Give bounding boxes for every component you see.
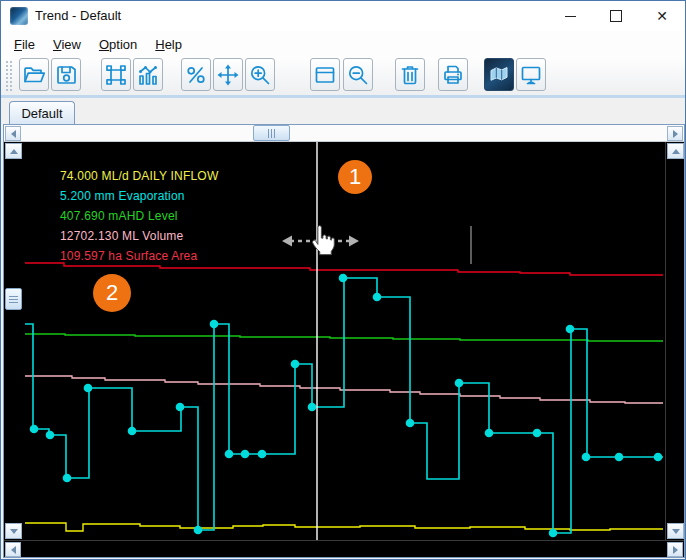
data-point-marker bbox=[128, 427, 137, 436]
save-icon bbox=[54, 63, 78, 87]
data-point-marker bbox=[258, 450, 267, 459]
pan-button[interactable] bbox=[213, 58, 243, 91]
data-point-marker bbox=[582, 453, 591, 462]
data-point-marker bbox=[406, 419, 415, 428]
data-point-marker bbox=[455, 379, 464, 388]
legend-row: 109.597 ha Surface Area bbox=[60, 246, 218, 266]
data-point-marker bbox=[654, 453, 663, 462]
app-window: Trend - Default ✕ FileViewOptionHelp Use… bbox=[0, 0, 686, 560]
minimize-icon bbox=[565, 16, 576, 17]
scroll-left-button[interactable] bbox=[5, 542, 21, 557]
chart-stats-icon bbox=[136, 63, 160, 87]
grip-icon bbox=[268, 129, 275, 138]
data-point-marker bbox=[615, 453, 624, 462]
arrow-left-icon bbox=[11, 130, 16, 138]
data-point-marker bbox=[339, 274, 348, 283]
save-button[interactable] bbox=[51, 58, 81, 91]
menu-help[interactable]: Help bbox=[146, 33, 191, 56]
monitor-icon bbox=[519, 63, 543, 87]
data-point-marker bbox=[225, 450, 234, 459]
legend-row: 12702.130 ML Volume bbox=[60, 226, 218, 246]
vertical-scrollbar-thumb[interactable] bbox=[5, 288, 22, 310]
percent-icon bbox=[184, 63, 208, 87]
annotation-badge-2: 2 bbox=[93, 274, 131, 312]
percent-button[interactable] bbox=[181, 58, 211, 91]
zoom-extents-icon bbox=[104, 63, 128, 87]
minimize-button[interactable] bbox=[547, 1, 593, 31]
data-point-marker bbox=[46, 431, 55, 440]
arrow-down-icon bbox=[10, 529, 18, 534]
annotation-badge-1: 1 bbox=[338, 160, 372, 194]
data-point-marker bbox=[30, 425, 39, 434]
scroll-down-button[interactable] bbox=[5, 523, 22, 539]
data-point-marker bbox=[373, 293, 382, 302]
open-file-icon bbox=[22, 63, 46, 87]
zoom-extents-button[interactable] bbox=[101, 58, 131, 91]
map-button[interactable] bbox=[484, 58, 514, 91]
arrow-up-icon bbox=[672, 149, 680, 154]
chart-stats-button[interactable] bbox=[133, 58, 163, 91]
data-point-marker bbox=[176, 403, 185, 412]
tab-bar: Default bbox=[1, 98, 685, 124]
vertical-scrollbar-right[interactable] bbox=[665, 142, 684, 540]
arrow-up-icon bbox=[10, 149, 18, 154]
chart-legend: 74.000 ML/d DAILY INFLOW5.200 mm Evapora… bbox=[60, 166, 218, 266]
scroll-up-button[interactable] bbox=[5, 143, 22, 159]
zoom-in-icon bbox=[248, 63, 272, 87]
arrow-right-icon bbox=[673, 130, 678, 138]
data-point-marker bbox=[63, 474, 72, 483]
print-icon bbox=[441, 63, 465, 87]
data-point-marker bbox=[308, 403, 317, 412]
scroll-right-button[interactable] bbox=[667, 542, 683, 557]
data-point-marker bbox=[549, 529, 558, 538]
data-point-marker bbox=[210, 320, 219, 329]
scroll-up-button[interactable] bbox=[667, 143, 684, 159]
zoom-in-button[interactable] bbox=[245, 58, 275, 91]
scroll-right-button[interactable] bbox=[667, 126, 683, 141]
arrow-down-icon bbox=[672, 529, 680, 534]
chart-canvas[interactable]: 74.000 ML/d DAILY INFLOW5.200 mm Evapora… bbox=[23, 142, 665, 540]
chart-panel: 74.000 ML/d DAILY INFLOW5.200 mm Evapora… bbox=[3, 124, 685, 558]
data-point-marker bbox=[84, 384, 93, 393]
legend-row: 407.690 mAHD Level bbox=[60, 206, 218, 226]
series-evaporation bbox=[25, 278, 663, 533]
tab-default[interactable]: Default bbox=[9, 101, 75, 125]
close-button[interactable]: ✕ bbox=[639, 1, 685, 31]
toolbar-grip[interactable] bbox=[5, 60, 14, 91]
menu-bar: FileViewOptionHelp bbox=[1, 31, 685, 57]
delete-icon bbox=[398, 63, 422, 87]
series-daily-inflow bbox=[25, 523, 663, 531]
panel-icon bbox=[313, 63, 337, 87]
menu-option[interactable]: Option bbox=[90, 33, 146, 56]
open-file-button[interactable] bbox=[19, 58, 49, 91]
menu-view[interactable]: View bbox=[44, 33, 90, 56]
menu-file[interactable]: File bbox=[5, 33, 44, 56]
horizontal-scrollbar-thumb[interactable] bbox=[253, 125, 290, 141]
grip-icon bbox=[9, 296, 18, 303]
map-icon bbox=[487, 63, 511, 87]
maximize-icon bbox=[610, 10, 622, 22]
data-point-marker bbox=[291, 360, 300, 369]
toolbar: User Defined bbox=[1, 57, 685, 95]
zoom-out-icon bbox=[346, 63, 370, 87]
print-button[interactable] bbox=[438, 58, 468, 91]
data-point-marker bbox=[485, 429, 494, 438]
pan-icon bbox=[216, 63, 240, 87]
close-icon: ✕ bbox=[656, 9, 668, 23]
arrow-left-icon bbox=[11, 546, 16, 554]
maximize-button[interactable] bbox=[593, 1, 639, 31]
horizontal-scrollbar-top[interactable] bbox=[4, 125, 684, 142]
delete-button[interactable] bbox=[395, 58, 425, 91]
panel-button[interactable] bbox=[310, 58, 340, 91]
legend-row: 74.000 ML/d DAILY INFLOW bbox=[60, 166, 218, 186]
scroll-down-button[interactable] bbox=[667, 523, 684, 539]
horizontal-scrollbar-bottom[interactable] bbox=[4, 540, 684, 557]
zoom-out-button[interactable] bbox=[343, 58, 373, 91]
arrow-right-icon bbox=[673, 546, 678, 554]
monitor-button[interactable] bbox=[516, 58, 546, 91]
vertical-scrollbar-left[interactable] bbox=[4, 142, 23, 540]
legend-row: 5.200 mm Evaporation bbox=[60, 186, 218, 206]
data-point-marker bbox=[241, 450, 250, 459]
data-point-marker bbox=[194, 526, 203, 535]
scroll-left-button[interactable] bbox=[5, 126, 21, 141]
